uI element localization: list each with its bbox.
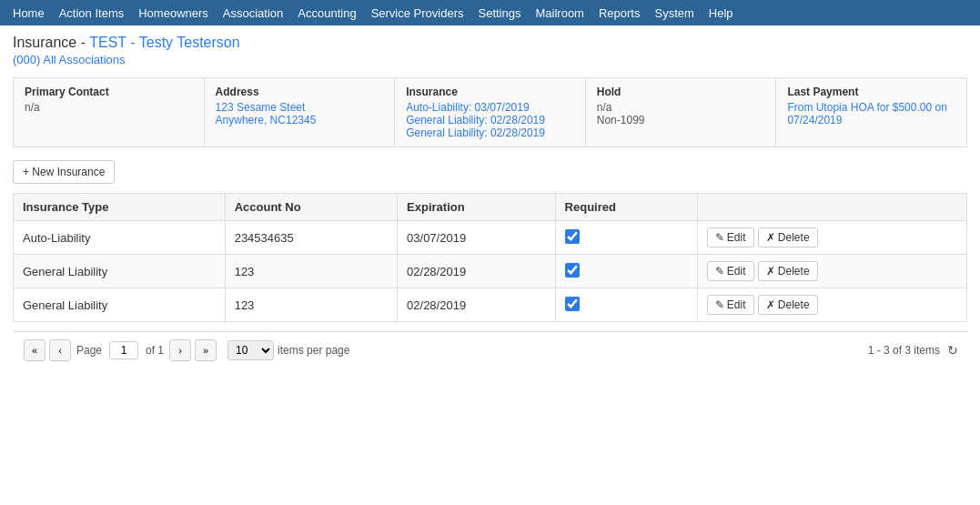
- nav-service-providers[interactable]: Service Providers: [364, 2, 471, 25]
- table-row: Auto-Liability23453463503/07/2019✎ Edit✗…: [14, 221, 967, 255]
- col-header-expiration: Expiration: [398, 194, 556, 221]
- cell-actions-2: ✎ Edit✗ Delete: [697, 288, 966, 322]
- address-line1[interactable]: 123 Sesame Steet: [216, 101, 384, 114]
- cell-expiration-1: 02/28/2019: [398, 255, 556, 288]
- page-title-name: TEST - Testy Testerson: [89, 35, 239, 50]
- pagination-summary: 1 - 3 of 3 items: [868, 344, 940, 357]
- cell-expiration-0: 03/07/2019: [398, 221, 556, 255]
- col-header-type: Insurance Type: [14, 194, 226, 221]
- insurance-general2[interactable]: General Liability: 02/28/2019: [406, 126, 574, 139]
- page-next-button[interactable]: ›: [169, 339, 191, 361]
- edit-button-2[interactable]: ✎ Edit: [707, 295, 754, 315]
- table-row: General Liability12302/28/2019✎ Edit✗ De…: [14, 288, 967, 322]
- insurance-label: Insurance: [406, 86, 574, 98]
- cell-type-2: General Liability: [14, 288, 226, 322]
- table-row: General Liability12302/28/2019✎ Edit✗ De…: [14, 255, 967, 288]
- cell-account-1: 123: [225, 255, 397, 288]
- last-payment-link[interactable]: From Utopia HOA for $500.00 on 07/24/201…: [787, 101, 955, 126]
- nav-system[interactable]: System: [647, 2, 701, 25]
- cell-account-2: 123: [225, 288, 397, 322]
- nav-homeowners[interactable]: Homeowners: [131, 2, 216, 25]
- insurance-table: Insurance Type Account No Expiration Req…: [13, 193, 967, 322]
- col-header-account: Account No: [225, 194, 397, 221]
- nav-action-items[interactable]: Action Items: [52, 2, 132, 25]
- navbar: Home Action Items Homeowners Association…: [0, 0, 980, 25]
- info-card-insurance: Insurance Auto-Liability: 03/07/2019 Gen…: [395, 78, 586, 146]
- info-row: Primary Contact n/a Address 123 Sesame S…: [13, 77, 967, 147]
- nav-mailroom[interactable]: Mailroom: [528, 2, 591, 25]
- delete-button-1[interactable]: ✗ Delete: [758, 261, 818, 281]
- nav-settings[interactable]: Settings: [471, 2, 529, 25]
- page-label: Page: [76, 344, 102, 357]
- info-card-last-payment: Last Payment From Utopia HOA for $500.00…: [776, 78, 966, 146]
- items-per-page-label: items per page: [278, 344, 349, 357]
- cell-actions-1: ✎ Edit✗ Delete: [697, 255, 966, 288]
- nav-home[interactable]: Home: [5, 2, 52, 25]
- refresh-button[interactable]: ↻: [947, 343, 958, 358]
- col-header-required: Required: [555, 194, 697, 221]
- cell-required-1: [555, 255, 697, 288]
- required-checkbox-0: [565, 229, 580, 244]
- page-number-input[interactable]: [109, 341, 138, 359]
- page-first-button[interactable]: «: [24, 339, 45, 361]
- nav-help[interactable]: Help: [702, 2, 741, 25]
- cell-required-2: [555, 288, 697, 322]
- delete-button-0[interactable]: ✗ Delete: [758, 227, 818, 247]
- nav-accounting[interactable]: Accounting: [290, 2, 363, 25]
- new-insurance-button[interactable]: + New Insurance: [13, 160, 115, 184]
- col-header-actions: [697, 194, 966, 221]
- required-checkbox-2: [565, 297, 580, 311]
- address-line2[interactable]: Anywhere, NC12345: [216, 114, 384, 126]
- toolbar: + New Insurance: [13, 160, 967, 184]
- address-label: Address: [216, 86, 384, 98]
- hold-label: Hold: [597, 86, 765, 98]
- cell-type-1: General Liability: [14, 255, 226, 288]
- info-card-address: Address 123 Sesame Steet Anywhere, NC123…: [205, 78, 396, 146]
- edit-button-1[interactable]: ✎ Edit: [707, 261, 754, 281]
- hold-value2: Non-1099: [597, 114, 765, 126]
- page-title-static: Insurance -: [13, 35, 89, 50]
- page-last-button[interactable]: »: [195, 339, 217, 361]
- required-checkbox-1: [565, 263, 580, 278]
- edit-button-0[interactable]: ✎ Edit: [707, 227, 754, 247]
- insurance-general1[interactable]: General Liability: 02/28/2019: [406, 114, 574, 126]
- cell-type-0: Auto-Liability: [14, 221, 226, 255]
- nav-reports[interactable]: Reports: [591, 2, 648, 25]
- nav-association[interactable]: Association: [216, 2, 290, 25]
- page-of-label: of 1: [146, 344, 164, 357]
- cell-required-0: [555, 221, 697, 255]
- last-payment-label: Last Payment: [787, 86, 955, 98]
- info-card-primary-contact: Primary Contact n/a: [14, 78, 205, 146]
- info-card-hold: Hold n/a Non-1099: [586, 78, 777, 146]
- page-title: Insurance - TEST - Testy Testerson: [13, 35, 967, 51]
- delete-button-2[interactable]: ✗ Delete: [758, 295, 818, 315]
- items-per-page-select[interactable]: 10 25 50 100: [227, 340, 274, 360]
- insurance-auto[interactable]: Auto-Liability: 03/07/2019: [406, 101, 574, 114]
- hold-value1: n/a: [597, 101, 765, 114]
- cell-expiration-2: 02/28/2019: [398, 288, 556, 322]
- page-prev-button[interactable]: ‹: [49, 339, 71, 361]
- pagination-bar: « ‹ Page of 1 › » 10 25 50 100 items per…: [13, 331, 967, 369]
- primary-contact-value: n/a: [25, 101, 193, 114]
- primary-contact-label: Primary Contact: [25, 86, 193, 98]
- cell-actions-0: ✎ Edit✗ Delete: [697, 221, 966, 255]
- cell-account-0: 234534635: [225, 221, 397, 255]
- page-subtitle: (000) All Associations: [13, 53, 967, 66]
